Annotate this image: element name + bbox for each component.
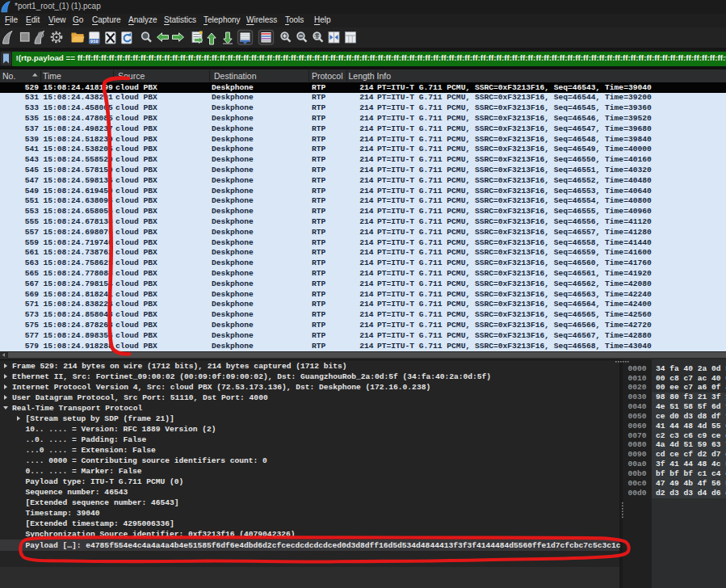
svg-text:1:1: 1:1	[314, 34, 321, 39]
svg-text:010: 010	[90, 39, 99, 44]
